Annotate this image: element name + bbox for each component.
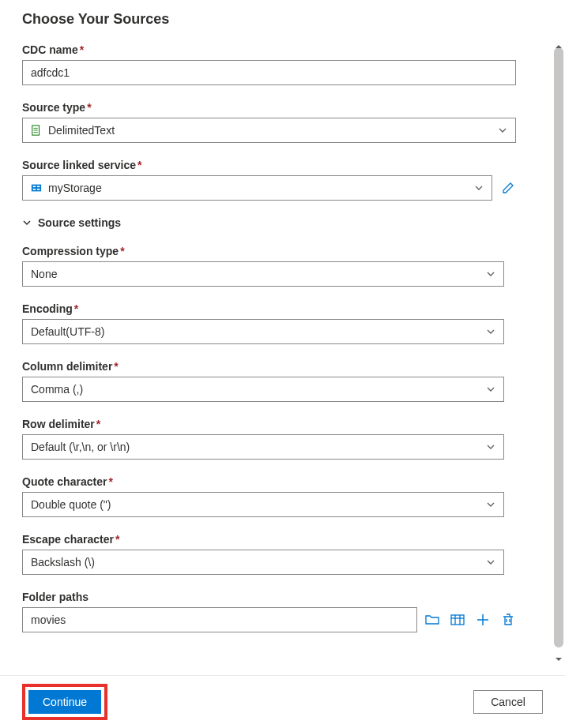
required-asterisk: * bbox=[80, 43, 84, 56]
continue-button[interactable]: Continue bbox=[28, 690, 101, 714]
compression-type-label: Compression type* bbox=[22, 245, 504, 257]
quote-character-value: Double quote (") bbox=[31, 498, 111, 511]
row-delimiter-value: Default (\r,\n, or \r\n) bbox=[31, 441, 130, 453]
svg-rect-9 bbox=[451, 615, 464, 625]
source-type-label: Source type* bbox=[22, 101, 516, 114]
encoding-group: Encoding* Default(UTF-8) bbox=[22, 302, 504, 344]
plus-icon bbox=[476, 613, 490, 627]
source-type-select[interactable]: DelimitedText bbox=[22, 118, 516, 143]
required-asterisk: * bbox=[114, 360, 118, 373]
storage-icon bbox=[31, 182, 42, 193]
chevron-down-icon bbox=[22, 218, 32, 227]
svg-rect-6 bbox=[37, 186, 40, 187]
cdc-name-group: CDC name* bbox=[22, 43, 516, 85]
required-asterisk: * bbox=[74, 302, 78, 315]
edit-linked-service-button[interactable] bbox=[500, 180, 516, 196]
row-delimiter-select[interactable]: Default (\r,\n, or \r\n) bbox=[22, 434, 504, 460]
required-asterisk: * bbox=[120, 245, 124, 257]
required-asterisk: * bbox=[96, 418, 100, 430]
table-icon bbox=[450, 613, 465, 627]
source-linked-service-select[interactable]: myStorage bbox=[22, 175, 492, 201]
source-linked-service-value: myStorage bbox=[48, 182, 102, 194]
cancel-button[interactable]: Cancel bbox=[473, 690, 543, 714]
escape-character-group: Escape character* Backslash (\) bbox=[22, 533, 504, 575]
escape-character-label: Escape character* bbox=[22, 533, 504, 546]
row-delimiter-group: Row delimiter* Default (\r,\n, or \r\n) bbox=[22, 418, 504, 460]
encoding-value: Default(UTF-8) bbox=[31, 325, 104, 338]
svg-rect-8 bbox=[37, 189, 40, 190]
chevron-down-icon bbox=[474, 183, 484, 193]
chevron-down-icon bbox=[486, 500, 495, 509]
trash-icon bbox=[501, 613, 515, 627]
chevron-down-icon bbox=[498, 126, 507, 135]
scroll-up-arrow[interactable] bbox=[555, 43, 563, 51]
quote-character-group: Quote character* Double quote (") bbox=[22, 475, 504, 517]
chevron-down-icon bbox=[486, 557, 495, 567]
svg-rect-4 bbox=[32, 185, 41, 192]
chevron-down-icon bbox=[486, 269, 495, 279]
scroll-down-arrow[interactable] bbox=[555, 655, 563, 663]
folder-paths-input[interactable] bbox=[22, 607, 417, 632]
folder-paths-group: Folder paths bbox=[22, 591, 543, 632]
chevron-down-icon bbox=[486, 442, 495, 452]
required-asterisk: * bbox=[115, 533, 119, 546]
cdc-name-label: CDC name* bbox=[22, 43, 516, 56]
folder-paths-label: Folder paths bbox=[22, 591, 543, 603]
continue-highlight: Continue bbox=[22, 684, 107, 720]
quote-character-label: Quote character* bbox=[22, 475, 504, 488]
cdc-name-input[interactable] bbox=[22, 60, 516, 85]
required-asterisk: * bbox=[87, 101, 91, 114]
column-delimiter-value: Comma (,) bbox=[31, 383, 83, 396]
source-linked-service-group: Source linked service* myStorage bbox=[22, 159, 516, 201]
escape-character-select[interactable]: Backslash (\) bbox=[22, 550, 504, 575]
chevron-down-icon bbox=[486, 385, 495, 394]
chevron-down-icon bbox=[486, 327, 495, 336]
source-settings-label: Source settings bbox=[38, 216, 121, 229]
source-linked-service-label: Source linked service* bbox=[22, 159, 516, 171]
preview-data-button[interactable] bbox=[450, 613, 465, 627]
footer-bar: Continue Cancel bbox=[0, 675, 565, 728]
delete-folder-button[interactable] bbox=[501, 613, 515, 627]
svg-rect-7 bbox=[33, 189, 36, 190]
scrollbar-thumb[interactable] bbox=[554, 47, 563, 647]
column-delimiter-select[interactable]: Comma (,) bbox=[22, 377, 504, 402]
encoding-select[interactable]: Default(UTF-8) bbox=[22, 319, 504, 344]
pencil-icon bbox=[502, 182, 514, 194]
compression-type-group: Compression type* None bbox=[22, 245, 504, 287]
required-asterisk: * bbox=[137, 159, 141, 171]
page-title: Choose Your Sources bbox=[22, 11, 543, 28]
svg-rect-5 bbox=[33, 186, 36, 187]
folder-icon bbox=[425, 613, 439, 627]
source-type-group: Source type* DelimitedText bbox=[22, 101, 516, 143]
required-asterisk: * bbox=[108, 475, 112, 488]
escape-character-value: Backslash (\) bbox=[31, 556, 95, 569]
browse-folder-button[interactable] bbox=[425, 613, 439, 627]
quote-character-select[interactable]: Double quote (") bbox=[22, 492, 504, 517]
source-settings-toggle[interactable]: Source settings bbox=[22, 216, 543, 229]
compression-type-select[interactable]: None bbox=[22, 261, 504, 287]
compression-type-value: None bbox=[31, 268, 57, 280]
source-type-value: DelimitedText bbox=[48, 124, 115, 137]
row-delimiter-label: Row delimiter* bbox=[22, 418, 504, 430]
encoding-label: Encoding* bbox=[22, 302, 504, 315]
column-delimiter-label: Column delimiter* bbox=[22, 360, 504, 373]
file-icon bbox=[31, 125, 42, 136]
column-delimiter-group: Column delimiter* Comma (,) bbox=[22, 360, 504, 402]
add-folder-button[interactable] bbox=[476, 613, 490, 627]
